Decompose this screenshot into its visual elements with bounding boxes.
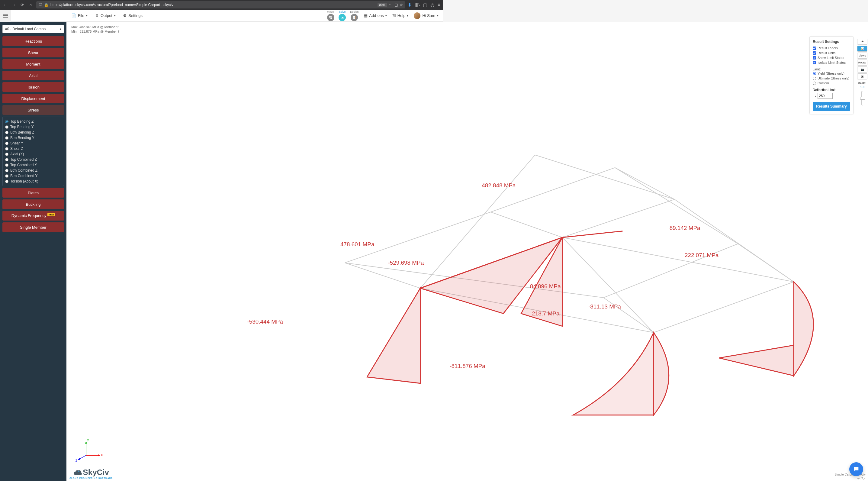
output-menu[interactable]: 🖥Output▾ (95, 13, 116, 18)
more-icon[interactable]: ⋯ (389, 3, 393, 7)
help-menu[interactable]: ?⃝Help▾ (392, 13, 409, 18)
app-bar: 📄File▾ 🖥Output▾ ⚙Settings Model🏗 Solve☁ … (0, 10, 443, 22)
home-button[interactable]: ⌂ (28, 2, 34, 8)
browser-chrome: ← → ⟳ ⌂ 🛡 🔒 https://platform.skyciv.com/… (0, 0, 443, 10)
stress-opt-top-combined-y[interactable]: Top Combined Y (5, 162, 61, 168)
gear-icon: ⚙ (123, 13, 127, 18)
single-member-button[interactable]: Single Member (2, 222, 64, 232)
design-icon: 📋 (351, 14, 358, 21)
hamburger-button[interactable] (0, 10, 11, 22)
model-icon: 🏗 (327, 14, 334, 21)
back-button[interactable]: ← (2, 2, 8, 8)
star-icon[interactable]: ☆ (400, 3, 403, 7)
displacement-button[interactable]: Displacement (2, 94, 64, 103)
shear-button[interactable]: Shear (2, 48, 64, 57)
menu-icon[interactable]: ≡ (438, 2, 440, 7)
load-combo-select[interactable]: #0 - Default Load Combo▾ (2, 25, 64, 33)
reader-icon[interactable]: ◫ (395, 3, 398, 7)
help-icon: ?⃝ (392, 13, 396, 18)
canvas[interactable]: Max: 482.848 MPa @ Member 5 Min: -811.87… (66, 22, 443, 241)
library-icon[interactable]: |||\ (415, 2, 420, 7)
dynamic-frequency-button[interactable]: Dynamic FrequencyNEW (2, 211, 64, 220)
results-sidebar: #0 - Default Load Combo▾ Reactions Shear… (0, 22, 66, 241)
torsion-button[interactable]: Torsion (2, 82, 64, 92)
svg-line-4 (421, 238, 443, 241)
stress-diagram: -530.444 MPa478.601 MPa-529.698 MPa482.8… (66, 22, 443, 241)
buckling-button[interactable]: Buckling (2, 200, 64, 209)
file-menu[interactable]: 📄File▾ (71, 13, 88, 18)
download-icon[interactable]: ⬇ (408, 2, 412, 8)
stress-button[interactable]: Stress (2, 105, 64, 115)
account-icon[interactable]: ◎ (430, 2, 435, 8)
svg-line-7 (421, 155, 443, 241)
addons-icon: ▦ (364, 13, 368, 18)
reload-button[interactable]: ⟳ (19, 2, 25, 8)
reactions-button[interactable]: Reactions (2, 36, 64, 46)
output-icon: 🖥 (95, 13, 99, 18)
stress-opt-shear-z[interactable]: Shear Z (5, 146, 61, 151)
settings-menu[interactable]: ⚙Settings (123, 13, 143, 18)
avatar (414, 12, 421, 19)
stress-opt-btm-bending-y[interactable]: Btm Bending Y (5, 135, 61, 141)
moment-button[interactable]: Moment (2, 59, 64, 69)
svg-line-13 (345, 212, 443, 241)
file-icon: 📄 (71, 13, 76, 18)
mode-solve[interactable]: Solve☁ (339, 10, 346, 21)
url-text: https://platform.skyciv.com/structural?p… (51, 3, 173, 7)
stress-opt-shear-y[interactable]: Shear Y (5, 141, 61, 146)
lock-icon: 🔒 (44, 3, 49, 7)
stress-opt-torsion-x[interactable]: Torsion (About X) (5, 179, 61, 184)
stress-options-group: Top Bending Z Top Bending Y Btm Bending … (2, 117, 64, 186)
stress-opt-axial-x[interactable]: Axial (X) (5, 151, 61, 157)
sidebar-icon[interactable]: ▢ (423, 2, 427, 8)
stress-opt-top-combined-z[interactable]: Top Combined Z (5, 157, 61, 162)
svg-marker-24 (421, 238, 443, 241)
stress-opt-btm-combined-z[interactable]: Btm Combined Z (5, 168, 61, 173)
zoom-badge[interactable]: 80% (377, 3, 387, 7)
stress-opt-btm-bending-z[interactable]: Btm Bending Z (5, 130, 61, 135)
url-bar[interactable]: 🛡 🔒 https://platform.skyciv.com/structur… (36, 1, 405, 8)
axial-button[interactable]: Axial (2, 71, 64, 80)
stress-opt-btm-combined-y[interactable]: Btm Combined Y (5, 173, 61, 179)
mode-model[interactable]: Model🏗 (327, 10, 335, 21)
addons-menu[interactable]: ▦Add-ons▾ (364, 13, 386, 18)
plates-button[interactable]: Plates (2, 188, 64, 198)
shield-icon: 🛡 (39, 3, 42, 7)
mode-design[interactable]: Design📋 (350, 10, 359, 21)
solve-icon: ☁ (339, 14, 346, 21)
user-menu[interactable]: Hi Sam▾ (414, 12, 438, 19)
stress-opt-top-bending-y[interactable]: Top Bending Y (5, 124, 61, 130)
stress-opt-top-bending-z[interactable]: Top Bending Z (5, 119, 61, 124)
forward-button[interactable]: → (11, 2, 17, 8)
